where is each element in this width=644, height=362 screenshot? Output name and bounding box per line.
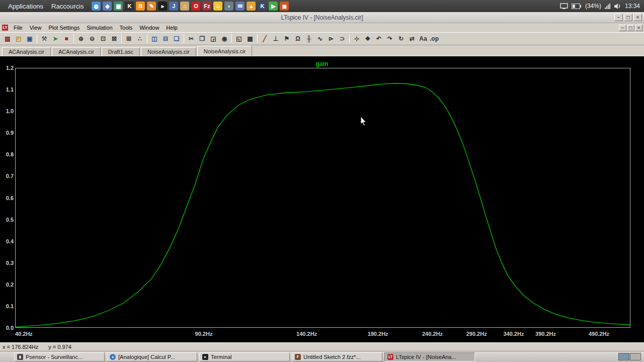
app-cube-icon[interactable]: ◼: [280, 2, 289, 11]
y-tick-label: 1.2: [6, 65, 14, 71]
menu-tools[interactable]: Tools: [116, 24, 136, 31]
battery-icon[interactable]: [572, 4, 582, 9]
app-java-icon[interactable]: J: [169, 2, 178, 11]
app-home-icon[interactable]: ⌂: [180, 2, 189, 11]
app-smiley-icon[interactable]: ☺: [213, 2, 222, 11]
taskbar-item[interactable]: LTLTspice IV - [NoiseAna...: [384, 352, 475, 361]
inductor-icon[interactable]: ∿: [314, 34, 326, 44]
capacitor-icon[interactable]: ╫: [303, 34, 314, 44]
mirror-icon[interactable]: ⇄: [407, 34, 418, 44]
document-tab[interactable]: ACAnalysis.cir: [2, 47, 51, 56]
save-icon[interactable]: ▣: [24, 34, 35, 44]
taskbar-item[interactable]: ●[Analogique] Calcul P...: [107, 352, 197, 361]
copy-icon[interactable]: ❐: [197, 34, 208, 44]
app-mail-icon[interactable]: ✉: [235, 2, 245, 11]
menu-file[interactable]: File: [10, 24, 26, 31]
app-spreadsheet-icon[interactable]: ▦: [114, 2, 123, 11]
app-gimp-icon[interactable]: ◗: [224, 2, 233, 11]
taskbar-item[interactable]: ▸Terminal: [199, 352, 290, 361]
minimize-button[interactable]: −: [614, 14, 623, 21]
open-icon[interactable]: ◰: [13, 34, 24, 44]
toolbar-separator: [73, 34, 74, 43]
app-k2-icon[interactable]: K: [258, 2, 267, 11]
close-button[interactable]: ×: [633, 14, 642, 21]
zoom-area-icon[interactable]: ⊡: [98, 34, 109, 44]
y-tick-label: 0.2: [6, 282, 14, 288]
taskbar-item[interactable]: ▮Psensor - Surveillanc...: [14, 352, 105, 361]
drag-icon[interactable]: ❖: [362, 34, 373, 44]
rotate-icon[interactable]: ↻: [395, 34, 407, 44]
mark-points-icon[interactable]: ∴: [134, 34, 145, 44]
cascade-icon[interactable]: ❏: [171, 34, 182, 44]
menu-help[interactable]: Help: [163, 24, 181, 31]
app-opera-icon[interactable]: O: [191, 2, 200, 11]
plot-canvas[interactable]: 0.00.10.20.30.40.50.60.70.80.91.01.11.24…: [0, 56, 644, 343]
menu-raccourcis[interactable]: Raccourcis: [47, 3, 88, 10]
y-tick-label: 0.3: [6, 260, 14, 266]
document-tab[interactable]: NoiseAnalysis.cir: [141, 47, 196, 56]
wire-icon[interactable]: ╱: [259, 34, 270, 44]
app-dark-k-icon[interactable]: K: [125, 2, 134, 11]
halt-icon[interactable]: ■: [61, 34, 72, 44]
toolbar-separator: [121, 34, 122, 43]
status-bar: x = 176.824Hz y = 0.974: [0, 342, 644, 351]
taskbar-item[interactable]: FUntitled Sketch 2.fzz*...: [292, 352, 382, 361]
zoom-out-icon[interactable]: ⊖: [87, 34, 98, 44]
move-icon[interactable]: ⊹: [351, 34, 362, 44]
run-icon[interactable]: ➤: [50, 34, 61, 44]
y-tick-label: 1.1: [6, 86, 14, 93]
maximize-button[interactable]: □: [624, 14, 632, 21]
document-tab[interactable]: Draft1.asc: [102, 47, 140, 56]
signal-bars-icon[interactable]: [605, 4, 610, 9]
app-draw-icon[interactable]: ✎: [147, 2, 156, 11]
workspace-cell[interactable]: [630, 353, 641, 360]
x-tick-label: 90.2Hz: [195, 331, 213, 337]
print-preview-icon[interactable]: ◱: [233, 34, 245, 44]
new-schematic-icon[interactable]: ▧: [2, 34, 13, 44]
cut-icon[interactable]: ✂: [186, 34, 197, 44]
menu-window[interactable]: Window: [136, 24, 163, 31]
app-play-icon[interactable]: ▶: [269, 2, 278, 11]
menu-simulation[interactable]: Simulation: [83, 24, 116, 31]
mdi-restore-button[interactable]: □: [627, 25, 634, 31]
control-panel-icon[interactable]: ⚒: [39, 34, 50, 44]
tile-horizontal-icon[interactable]: ⊟: [160, 34, 171, 44]
cursor-y-readout: y = 0.974: [48, 344, 71, 350]
find-icon[interactable]: ◉: [219, 34, 230, 44]
spice-directive-icon[interactable]: .op: [429, 34, 440, 44]
taskbar-item-icon: LT: [387, 354, 393, 360]
app-orange-icon[interactable]: ▲: [247, 2, 256, 11]
redo-icon[interactable]: ↷: [384, 34, 395, 44]
taskbar-item-icon: F: [295, 354, 301, 360]
mdi-close-button[interactable]: ×: [635, 25, 642, 31]
app-bitcoin-icon[interactable]: B: [136, 2, 145, 11]
label-net-icon[interactable]: ⚑: [281, 34, 292, 44]
document-tab[interactable]: NoiseAnalysis.cir: [197, 46, 253, 56]
zoom-in-icon[interactable]: ⊕: [75, 34, 87, 44]
app-dia-icon[interactable]: ◆: [103, 2, 112, 11]
grid-icon[interactable]: ⊞: [123, 34, 134, 44]
undo-icon[interactable]: ↶: [373, 34, 384, 44]
diode-icon[interactable]: ⊳: [326, 34, 337, 44]
mdi-minimize-button[interactable]: −: [619, 25, 626, 31]
component-icon[interactable]: ⊃: [337, 34, 348, 44]
taskbar-item-icon: ●: [110, 354, 116, 360]
paste-icon[interactable]: ◲: [208, 34, 219, 44]
ground-icon[interactable]: ⊥: [270, 34, 281, 44]
text-icon[interactable]: Aa: [418, 34, 429, 44]
menu-plot-settings[interactable]: Plot Settings: [45, 24, 83, 31]
app-chromium-icon[interactable]: ◍: [92, 2, 101, 11]
workspace-switcher: [618, 353, 644, 360]
tile-vertical-icon[interactable]: ◫: [149, 34, 160, 44]
workspace-cell[interactable]: [618, 353, 629, 360]
resistor-icon[interactable]: Ω: [292, 34, 303, 44]
document-tab[interactable]: ACAnalysis.cir: [52, 47, 101, 56]
menu-applications[interactable]: Applications: [4, 3, 47, 10]
print-icon[interactable]: ▦: [245, 34, 256, 44]
app-fritzing-icon[interactable]: Fz: [202, 2, 211, 11]
display-icon[interactable]: [560, 3, 568, 10]
menu-view[interactable]: View: [26, 24, 45, 31]
volume-icon[interactable]: [614, 3, 621, 10]
zoom-fit-icon[interactable]: ⊠: [109, 34, 120, 44]
app-terminal-icon[interactable]: ▸: [158, 2, 167, 11]
